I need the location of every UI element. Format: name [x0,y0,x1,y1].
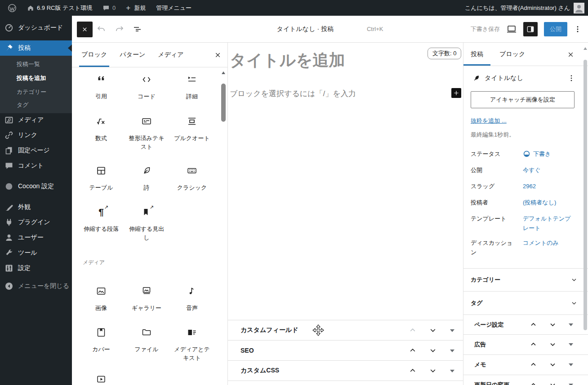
post-actions-kebab-icon[interactable] [567,74,575,82]
post-title-input[interactable]: タイトルを追加 [230,50,345,71]
block-item-stretch-heading[interactable]: ↗ 伸縮する見出し [124,207,169,242]
document-title-button[interactable]: タイトルなし · 投稿 Ctrl+K [277,25,383,33]
block-item-classic[interactable]: クラシック [169,165,214,192]
options-kebab-icon[interactable] [574,24,582,34]
metabox-seo[interactable]: SEO [228,340,463,360]
move-down-button[interactable] [429,327,437,334]
panel-change-update-date[interactable]: 更新日の変更 [463,375,588,385]
site-name-link[interactable]: 6.9 RC版 テスト環境 [24,0,95,16]
block-item-pullquote[interactable]: プルクオート [169,116,214,142]
close-settings-button[interactable] [567,51,575,58]
sidebar-item-comments[interactable]: コメント [0,158,72,173]
save-draft-button[interactable]: 下書き保存 [471,25,500,33]
panel-categories[interactable]: カテゴリー [463,268,588,291]
toggle-panel-icon[interactable] [569,323,573,326]
block-item-video[interactable] [79,374,124,385]
tab-patterns[interactable]: パターン [117,43,147,67]
toggle-panel-icon[interactable] [569,343,573,346]
block-item-file[interactable]: ファイル [124,327,169,354]
comments-shortcut[interactable]: 0 [99,0,119,16]
sidebar-item-appearance[interactable]: 外観 [0,199,72,215]
tab-post[interactable]: 投稿 [463,43,490,66]
add-excerpt-link[interactable]: 抜粋を追加 ... [471,117,507,125]
block-item-stretch-paragraph[interactable]: ¶↗ 伸縮する段落 [79,207,124,233]
new-content-menu[interactable]: + 新規 [123,0,149,16]
empty-block-placeholder[interactable]: ブロックを選択するには「/」を入力 [230,89,356,99]
template-value[interactable]: デフォルトテンプレート [523,214,573,233]
editor-canvas[interactable]: タイトルを追加 文字数: 0 ブロックを選択するには「/」を入力 カスタムフィー… [228,43,463,385]
discussion-value[interactable]: コメントのみ [523,238,559,257]
sidebar-item-tools[interactable]: ツール [0,245,72,261]
toggle-panel-icon[interactable] [450,350,454,352]
sidebar-item-categories[interactable]: カテゴリー [0,85,72,99]
metabox-custom-css[interactable]: カスタムCSS [228,360,463,381]
tab-block[interactable]: ブロック [490,43,532,66]
sidebar-item-pages[interactable]: 固定ページ [0,143,72,158]
sidebar-item-post-list[interactable]: 投稿一覧 [0,58,72,71]
block-item-math[interactable]: 数式 [79,116,124,142]
sidebar-item-posts[interactable]: 投稿 [0,40,72,56]
panel-page-settings[interactable]: ページ設定 [463,314,588,334]
block-item-cover[interactable]: カバー [79,327,124,354]
scroll-up-arrow-icon[interactable] [222,71,225,74]
sidebar-item-tags[interactable]: タグ [0,98,72,112]
move-up-button[interactable] [530,381,537,385]
move-down-button[interactable] [429,347,437,354]
move-up-button[interactable] [530,321,537,328]
scroll-up-arrow-icon[interactable] [584,47,587,50]
list-view-button[interactable] [132,24,143,35]
move-up-button[interactable] [530,341,537,348]
toggle-panel-icon[interactable] [569,363,573,366]
user-greeting[interactable]: こんにちは、管理者(Administrator) さん [465,4,570,12]
move-down-button[interactable] [549,361,557,368]
move-down-button[interactable] [549,381,557,385]
block-item-code[interactable]: コード [124,74,169,101]
metabox-custom-fields[interactable]: カスタムフィールド [228,320,463,340]
block-item-verse[interactable]: 詩 [124,165,169,192]
toggle-settings-sidebar-button[interactable] [523,22,538,36]
block-item-image[interactable]: 画像 [79,286,124,312]
sidebar-item-links[interactable]: リンク [0,128,72,143]
panel-ads[interactable]: 広告 [463,334,588,354]
move-down-button[interactable] [549,321,557,328]
undo-button[interactable] [96,24,107,35]
block-item-quote[interactable]: 引用 [79,74,124,101]
panel-tags[interactable]: タグ [463,291,588,314]
admin-menu-link[interactable]: 管理メニュー [153,0,195,16]
author-value[interactable]: (投稿者なし) [523,198,556,207]
scrollbar-thumb[interactable] [221,84,226,122]
toggle-panel-icon[interactable] [450,329,454,332]
move-up-button[interactable] [409,327,416,334]
wordpress-logo-icon[interactable] [4,0,20,16]
avatar[interactable] [574,3,584,13]
sidebar-item-add-post[interactable]: 投稿を追加 [0,71,72,85]
panel-memo[interactable]: メモ [463,354,588,375]
close-inserter-panel-button[interactable] [214,51,222,59]
status-value[interactable]: 下書き [523,149,551,159]
set-featured-image-button[interactable]: アイキャッチ画像を設定 [471,91,575,108]
block-item-preformatted[interactable]: 整形済みテキスト [124,116,169,151]
move-down-button[interactable] [429,367,437,374]
sidebar-item-collapse-menu[interactable]: メニューを閉じる [0,279,72,294]
sidebar-item-dashboard[interactable]: ダッシュボード [0,20,72,35]
scrollbar-thumb[interactable] [584,60,587,330]
sidebar-item-cocoon-settings[interactable]: Cocoon 設定 [0,179,72,194]
redo-button[interactable] [114,24,125,35]
move-up-button[interactable] [409,347,416,354]
tab-media[interactable]: メディア [156,43,186,67]
sidebar-item-plugins[interactable]: プラグイン [0,215,72,230]
move-up-button[interactable] [409,367,416,374]
tab-blocks[interactable]: ブロック [79,43,109,67]
move-down-button[interactable] [549,341,557,348]
sidebar-item-media[interactable]: メディア [0,112,72,128]
close-inserter-button[interactable] [77,22,93,37]
sidebar-item-settings[interactable]: 設定 [0,261,72,276]
toggle-panel-icon[interactable] [450,370,454,372]
slug-value[interactable]: 2962 [523,181,536,191]
inserter-scrollbar[interactable] [220,68,227,385]
sidebar-item-users[interactable]: ユーザー [0,230,72,245]
block-item-media-text[interactable]: メディアとテキスト [169,327,214,362]
block-item-table[interactable]: テーブル [79,165,124,192]
block-item-details[interactable]: 詳細 [169,74,214,101]
publish-date-value[interactable]: 今すぐ [523,165,541,175]
